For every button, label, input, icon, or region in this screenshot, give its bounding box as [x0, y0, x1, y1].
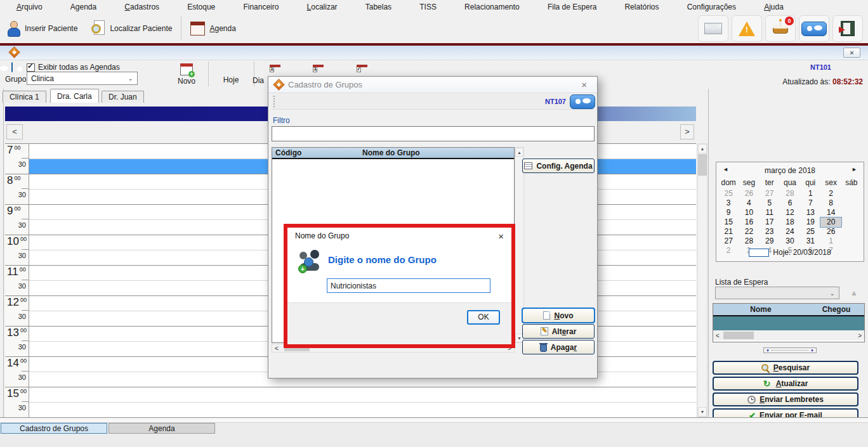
tab-dr-juan[interactable]: Dr. Juan — [102, 91, 144, 103]
calendar-next-icon[interactable]: ► — [852, 166, 857, 172]
panel-splitter[interactable]: ▼ ▼ — [763, 347, 817, 353]
menu-item-relacionamento[interactable]: Relacionamento — [459, 1, 525, 13]
group-name-input[interactable]: Nutricionistas — [327, 278, 490, 293]
pesquisar-button[interactable]: Pesquisar — [713, 361, 858, 375]
calendar-day[interactable]: 24 — [780, 227, 800, 236]
calendar-day[interactable]: 26 — [739, 189, 759, 198]
calendar-day[interactable]: 17 — [760, 217, 780, 227]
scroll-left-button[interactable]: < — [6, 124, 23, 139]
mail-button[interactable] — [698, 15, 728, 42]
calendar-day[interactable]: 28 — [780, 189, 800, 198]
calendar-day[interactable]: 9 — [718, 208, 739, 217]
scroll-left-icon[interactable]: < — [275, 345, 279, 352]
menu-item-ajuda[interactable]: Ajuda — [759, 1, 789, 13]
calendar-day[interactable]: 15 — [718, 217, 739, 227]
scroll-up-icon[interactable]: ▲ — [515, 148, 523, 157]
calendar-day[interactable]: 16 — [739, 217, 759, 227]
calendar-day[interactable]: 26 — [820, 227, 841, 236]
calendar-day[interactable]: 8 — [820, 198, 841, 208]
calendar-day[interactable]: 25 — [800, 227, 820, 236]
scroll-down-icon[interactable]: ▼ — [698, 407, 707, 417]
day-view-icon[interactable]: 1 — [270, 65, 274, 72]
calendar-day[interactable]: 23 — [760, 227, 780, 236]
calendar-day[interactable]: 27 — [718, 236, 739, 246]
tab-dra-carla[interactable]: Dra. Carla — [50, 89, 99, 103]
slot-15-00[interactable] — [29, 387, 696, 402]
locate-patient-button[interactable]: Localizar Paciente — [84, 16, 178, 41]
calendar-day[interactable]: 10 — [739, 208, 759, 217]
waitlist-collapse-button[interactable]: ▲ — [843, 287, 865, 299]
prompt-title-bar[interactable]: Nome do Grupo × — [287, 228, 511, 244]
scrollbar-thumb[interactable] — [723, 332, 754, 339]
day-doctor-view-icon[interactable]: 1 — [313, 65, 317, 72]
show-all-checkbox[interactable]: ✓ — [27, 63, 35, 72]
enviar-lembretes-button[interactable]: Enviar Lembretes — [713, 392, 858, 406]
prompt-close-icon[interactable]: × — [498, 231, 504, 242]
calendar-day[interactable]: 3 — [718, 198, 739, 208]
menu-item-relat-rios[interactable]: Relatórios — [619, 1, 664, 13]
insert-patient-button[interactable]: Inserir Paciente — [0, 16, 84, 41]
menu-item-financeiro[interactable]: Financeiro — [238, 1, 284, 13]
calendar-day[interactable]: 14 — [820, 208, 841, 217]
calendar-day[interactable]: 5 — [760, 198, 780, 208]
novo-button[interactable]: Novo — [522, 308, 595, 323]
calendar-day[interactable]: 1 — [820, 236, 841, 246]
scroll-up-icon[interactable]: ▲ — [698, 144, 707, 153]
week-view-icon[interactable]: 7 — [357, 65, 361, 72]
support-chat-button[interactable] — [11, 62, 13, 72]
menu-item-estoque[interactable]: Estoque — [182, 1, 220, 13]
grip-handle[interactable] — [273, 96, 275, 107]
alterar-button[interactable]: Alterar — [522, 324, 595, 339]
bottom-tab-cadastro-grupos[interactable]: Cadastro de Grupos — [1, 423, 107, 434]
calendar-day[interactable]: 18 — [780, 217, 800, 227]
dialog-close-icon[interactable]: × — [577, 79, 591, 90]
calendar-day[interactable]: 29 — [760, 236, 780, 246]
birthdays-button[interactable]: 0 — [765, 15, 796, 42]
menu-item-arquivo[interactable]: Arquivo — [11, 1, 48, 13]
calendar-day[interactable]: 11 — [760, 208, 780, 217]
menu-item-cadastros[interactable]: Cadastros — [119, 1, 164, 13]
menu-item-agenda[interactable]: Agenda — [65, 1, 102, 13]
slot-15-30[interactable] — [29, 402, 696, 417]
dialog-title-bar[interactable]: Cadastro de Grupos × — [268, 77, 597, 93]
tab-clinica-1[interactable]: Clínica 1 — [3, 91, 46, 103]
filter-input[interactable] — [272, 126, 595, 141]
calendar-day[interactable]: 7 — [800, 198, 820, 208]
scroll-left-icon[interactable]: < — [716, 332, 720, 339]
calendar-day[interactable]: 19 — [800, 217, 820, 227]
agenda-button[interactable]: Agenda — [184, 16, 242, 41]
calendar-day[interactable]: 30 — [780, 236, 800, 246]
waitlist-selected-row[interactable] — [713, 316, 864, 330]
scroll-right-button[interactable]: > — [680, 124, 694, 139]
exit-button[interactable] — [832, 15, 863, 42]
calendar-day[interactable]: 28 — [739, 236, 759, 246]
config-agenda-button[interactable]: Config. Agenda — [522, 159, 595, 173]
menu-item-localizar[interactable]: Localizar — [302, 1, 343, 13]
chat-button[interactable] — [799, 15, 829, 42]
calendar-day[interactable]: 4 — [739, 198, 759, 208]
schedule-vertical-scrollbar[interactable]: ▲ ▼ — [697, 143, 707, 417]
menu-item-configura-es[interactable]: Configurações — [682, 1, 741, 13]
apagar-button[interactable]: Apagar — [522, 340, 595, 354]
ok-button[interactable]: OK — [467, 310, 500, 325]
show-all-agendas[interactable]: ✓ Exibir todas as Agendas — [27, 63, 120, 72]
waitlist-hscrollbar[interactable]: < > — [713, 330, 864, 340]
today-box-icon[interactable] — [749, 249, 769, 257]
today-button[interactable]: Hoje — [214, 62, 247, 87]
calendar-day-selected[interactable]: 20 — [820, 217, 841, 227]
calendar-day[interactable]: 25 — [718, 189, 739, 198]
menu-item-fila-de-espera[interactable]: Fila de Espera — [542, 1, 602, 13]
calendar-day[interactable]: 27 — [760, 189, 780, 198]
calendar-day[interactable]: 12 — [780, 208, 800, 217]
calendar-day[interactable]: 22 — [739, 227, 759, 236]
calendar-day[interactable]: 21 — [718, 227, 739, 236]
alerts-button[interactable]: ! — [732, 15, 762, 42]
calendar-day[interactable]: 1 — [800, 189, 820, 198]
waitlist-select[interactable]: ⌄ — [715, 287, 839, 299]
calendar-day[interactable]: 6 — [780, 198, 800, 208]
atualizar-button[interactable]: ↻Atualizar — [713, 377, 858, 391]
scrollbar-thumb[interactable] — [698, 154, 707, 176]
bottom-tab-agenda[interactable]: Agenda — [109, 423, 215, 434]
menu-item-tiss[interactable]: TISS — [414, 1, 442, 13]
scroll-right-icon[interactable]: > — [858, 332, 862, 339]
